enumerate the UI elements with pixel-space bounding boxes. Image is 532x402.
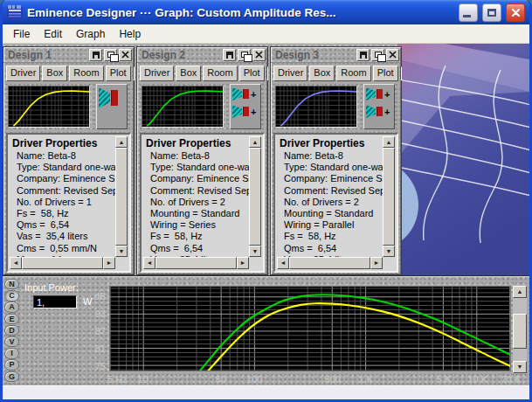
close-icon — [121, 51, 129, 59]
scroll-thumb[interactable] — [289, 257, 370, 269]
side-button-g[interactable]: G — [4, 371, 19, 382]
scroll-down-icon[interactable]: ▼ — [115, 246, 128, 257]
design-3-duplicate-button[interactable] — [371, 49, 384, 61]
side-button-v[interactable]: V — [4, 336, 19, 347]
design-3-plot-color-swatch[interactable] — [400, 66, 402, 80]
side-button-n[interactable]: N — [4, 279, 19, 289]
design-1-tab-plot[interactable]: Plot — [106, 66, 131, 81]
side-button-d[interactable]: D — [4, 325, 19, 336]
side-button-a[interactable]: A — [4, 302, 19, 312]
design-2-tab-plot[interactable]: Plot — [239, 66, 265, 81]
minimize-icon — [463, 15, 471, 17]
scroll-thumb[interactable] — [155, 257, 237, 269]
design-1-tab-room[interactable]: Room — [69, 66, 103, 81]
design-1-duplicate-button[interactable] — [104, 49, 117, 61]
properties-vscrollbar[interactable]: ▲▼ — [383, 136, 395, 257]
scroll-thumb[interactable] — [115, 148, 128, 246]
properties-vscrollbar[interactable]: ▲▼ — [249, 136, 261, 257]
design-2-tab-box[interactable]: Box — [176, 66, 201, 81]
save-icon — [360, 52, 367, 59]
design-3-speaker-diagram: ++ — [363, 84, 395, 129]
properties-hscrollbar[interactable]: ◄► — [10, 257, 115, 269]
side-button-c[interactable]: C — [4, 290, 19, 301]
menu-graph[interactable]: Graph — [69, 26, 112, 42]
close-button[interactable] — [506, 3, 525, 22]
scroll-left-icon[interactable]: ◄ — [277, 257, 289, 269]
design-2-tab-driver[interactable]: Driver — [140, 66, 174, 81]
design-2-plot-color-swatch[interactable] — [266, 66, 268, 80]
menu-file[interactable]: File — [6, 26, 37, 42]
driver-properties-text: Name: Beta-8 Type: Standard one-way Comp… — [10, 150, 115, 257]
scroll-up-icon[interactable]: ▲ — [115, 136, 128, 148]
input-power-field[interactable] — [33, 295, 77, 308]
design-2-save-button[interactable] — [223, 49, 236, 61]
design-1-tabs: Driver Box Room Plot — [3, 63, 134, 83]
scroll-down-icon[interactable]: ▼ — [513, 361, 527, 373]
design-1-plot-color-swatch[interactable] — [133, 66, 135, 80]
scroll-thumb[interactable] — [249, 148, 261, 246]
scroll-right-icon[interactable]: ► — [237, 257, 249, 269]
scroll-right-icon[interactable]: ► — [370, 257, 383, 269]
side-button-i[interactable]: I — [4, 348, 19, 358]
scroll-left-icon[interactable]: ◄ — [143, 257, 155, 269]
input-power-label: Input Power: — [24, 282, 79, 293]
design-1-save-button[interactable] — [89, 49, 102, 61]
scroll-down-icon[interactable]: ▼ — [383, 246, 395, 257]
scroll-thumb[interactable] — [22, 257, 103, 269]
design-2-response-thumbnail — [142, 86, 224, 128]
close-icon — [255, 51, 263, 59]
scroll-right-icon[interactable]: ► — [103, 257, 115, 269]
design-3-tab-plot[interactable]: Plot — [373, 66, 398, 81]
x-tick-label: 10 K — [467, 374, 487, 385]
scroll-up-icon[interactable]: ▲ — [383, 136, 395, 148]
scroll-thumb[interactable] — [513, 314, 527, 349]
plot-vscrollbar[interactable]: ▲ ▼ — [513, 286, 527, 373]
design-3-tab-driver[interactable]: Driver — [273, 66, 307, 81]
minimize-button[interactable] — [459, 3, 478, 22]
design-2-duplicate-button[interactable] — [238, 49, 251, 61]
y-tick-label: 81 — [81, 343, 106, 354]
design-1-tab-driver[interactable]: Driver — [6, 66, 40, 81]
design-2-tab-room[interactable]: Room — [203, 66, 237, 81]
properties-hscrollbar[interactable]: ◄► — [277, 257, 383, 269]
scroll-down-icon[interactable]: ▼ — [249, 246, 261, 257]
speaker-row: + — [232, 105, 256, 118]
design-3-preview-row: ++ — [271, 83, 401, 131]
scroll-thumb[interactable] — [383, 148, 395, 246]
design-3-titlebar[interactable]: Design 3 — [271, 47, 401, 63]
menu-edit[interactable]: Edit — [37, 26, 69, 42]
design-3-tab-box[interactable]: Box — [309, 66, 335, 81]
design-1-tab-box[interactable]: Box — [42, 66, 67, 81]
properties-vscrollbar[interactable]: ▲▼ — [115, 136, 128, 257]
polarity-plus-sign: + — [384, 90, 390, 99]
x-tick-label: 1 K — [359, 374, 374, 385]
copy-icon — [375, 52, 382, 58]
side-button-p[interactable]: P — [4, 359, 19, 370]
menu-help[interactable]: Help — [112, 26, 148, 42]
copy-icon — [107, 52, 114, 58]
design-1-driver-properties: Driver Properties Name: Beta-8 Type: Sta… — [6, 133, 131, 273]
design-1-response-thumbnail — [8, 86, 90, 128]
graph-window: N C A E D V I P G Input Power: W dB93878… — [3, 275, 529, 385]
design-1-titlebar[interactable]: Design 1 — [3, 47, 134, 63]
x-tick-label: 100 — [246, 374, 262, 385]
design-3-save-button[interactable] — [356, 49, 370, 61]
app-icon — [7, 5, 23, 19]
polarity-plus-sign: + — [251, 107, 256, 116]
design-3-close-button[interactable] — [386, 49, 399, 61]
title-bar[interactable]: Eminence Designer ··· Graph: Custom Ampl… — [3, 0, 529, 24]
design-1-close-button[interactable] — [119, 49, 132, 61]
design-2-close-button[interactable] — [252, 49, 266, 61]
scroll-up-icon[interactable]: ▲ — [513, 286, 527, 298]
scroll-left-icon[interactable]: ◄ — [10, 257, 22, 269]
maximize-button[interactable] — [482, 3, 501, 22]
graph-type-buttons: N C A E D V I P G — [4, 279, 20, 383]
design-3-driver-properties: Driver Properties Name: Beta-8 Type: Sta… — [273, 133, 398, 273]
side-button-e[interactable]: E — [4, 314, 19, 324]
properties-hscrollbar[interactable]: ◄► — [143, 257, 249, 269]
scroll-up-icon[interactable]: ▲ — [249, 136, 261, 148]
speaker-row: + — [366, 87, 390, 100]
design-3-tab-room[interactable]: Room — [336, 66, 370, 81]
design-2-titlebar[interactable]: Design 2 — [137, 47, 267, 63]
window-title: Eminence Designer ··· Graph: Custom Ampl… — [27, 6, 454, 19]
